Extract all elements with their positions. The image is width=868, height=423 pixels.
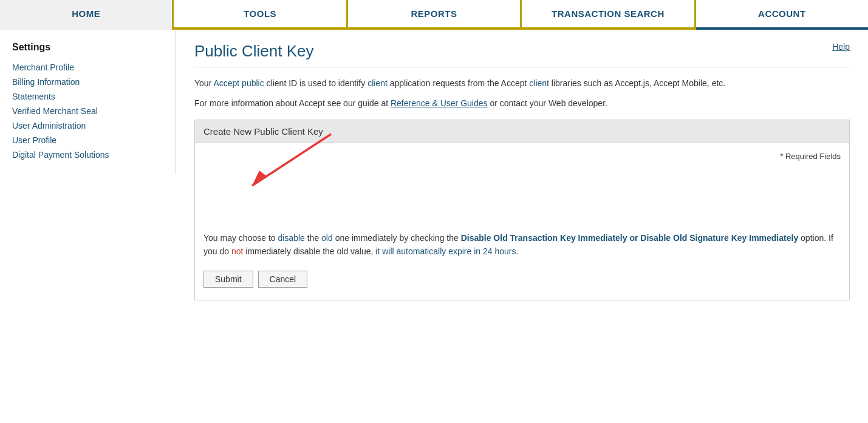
required-fields-label: * Required Fields	[203, 152, 841, 161]
submit-button[interactable]: Submit	[203, 271, 253, 288]
nav-home[interactable]: HOME	[0, 0, 172, 30]
create-key-section: Create New Public Client Key * Required …	[194, 120, 850, 300]
nav-tools[interactable]: TOOLS	[174, 0, 346, 30]
top-navigation: HOME TOOLS REPORTS TRANSACTION SEARCH AC…	[0, 0, 868, 30]
sidebar-item-billing-information[interactable]: Billing Information	[12, 75, 163, 89]
nav-transaction-search[interactable]: TRANSACTION SEARCH	[522, 0, 694, 30]
button-row: Submit Cancel	[203, 271, 841, 288]
description-2: For more information about Accept see ou…	[194, 97, 850, 110]
sidebar-item-digital-payment-solutions[interactable]: Digital Payment Solutions	[12, 147, 163, 162]
sidebar-item-merchant-profile[interactable]: Merchant Profile	[12, 60, 163, 75]
sidebar: Settings Merchant Profile Billing Inform…	[0, 30, 176, 413]
nav-reports[interactable]: REPORTS	[348, 0, 520, 30]
svg-marker-1	[252, 171, 267, 186]
main-content: Help Public Client Key Your Accept publi…	[176, 30, 868, 413]
help-link[interactable]: Help	[832, 42, 850, 52]
cancel-button[interactable]: Cancel	[258, 271, 308, 288]
description-1: Your Accept public client ID is used to …	[194, 77, 850, 90]
title-divider	[194, 67, 850, 67]
section-header: Create New Public Client Key	[195, 120, 849, 143]
arrow-annotation	[203, 171, 841, 231]
sidebar-title: Settings	[12, 42, 163, 53]
nav-account[interactable]: ACCOUNT	[696, 0, 868, 30]
sidebar-item-statements[interactable]: Statements	[12, 89, 163, 104]
reference-guides-link[interactable]: Reference & User Guides	[391, 98, 488, 108]
sidebar-item-user-profile[interactable]: User Profile	[12, 133, 163, 147]
sidebar-item-verified-merchant-seal[interactable]: Verified Merchant Seal	[12, 104, 163, 118]
page-title: Public Client Key	[194, 42, 850, 61]
sidebar-item-user-administration[interactable]: User Administration	[12, 118, 163, 133]
info-text: You may choose to disable the old one im…	[203, 231, 841, 259]
